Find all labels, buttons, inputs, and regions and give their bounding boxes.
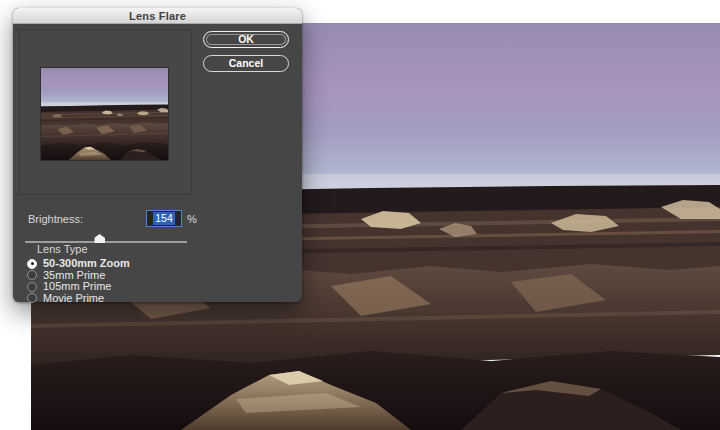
page: Lens Flare OK Cancel Brightness: 154 % L…	[0, 0, 720, 430]
brightness-value: 154	[153, 212, 175, 225]
radio-50-300mm-zoom[interactable]: 50-300mm Zoom	[27, 258, 130, 270]
radio-icon	[27, 282, 37, 292]
lens-type-label: Lens Type	[37, 243, 130, 255]
brightness-label: Brightness:	[28, 213, 83, 225]
ok-button[interactable]: OK	[203, 31, 289, 48]
radio-105mm-prime[interactable]: 105mm Prime	[27, 281, 130, 293]
preview-thumbnail-image	[41, 68, 168, 160]
radio-icon	[27, 259, 37, 269]
radio-option-label: Movie Prime	[43, 293, 104, 304]
dialog-titlebar[interactable]: Lens Flare	[13, 8, 302, 24]
brightness-unit: %	[187, 213, 197, 225]
brightness-input[interactable]: 154	[146, 210, 182, 227]
radio-icon	[27, 293, 37, 303]
preview-panel	[19, 29, 192, 195]
lens-type-group: Lens Type 50-300mm Zoom 35mm Prime 105mm…	[27, 243, 130, 304]
dialog-title: Lens Flare	[129, 10, 186, 22]
radio-movie-prime[interactable]: Movie Prime	[27, 293, 130, 305]
radio-icon	[27, 270, 37, 280]
preview-thumbnail[interactable]	[41, 68, 168, 160]
slider-thumb[interactable]	[94, 234, 105, 243]
cancel-button[interactable]: Cancel	[203, 55, 289, 72]
radio-option-label: 105mm Prime	[43, 281, 111, 292]
radio-option-label: 35mm Prime	[43, 270, 105, 281]
lens-flare-dialog: Lens Flare OK Cancel Brightness: 154 % L…	[13, 8, 302, 302]
radio-option-label: 50-300mm Zoom	[43, 258, 130, 269]
